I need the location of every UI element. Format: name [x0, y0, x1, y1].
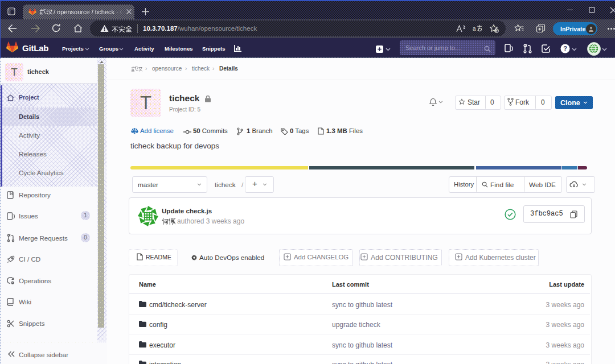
svg-text:a: a [473, 26, 476, 32]
svg-text:?: ? [563, 45, 567, 52]
